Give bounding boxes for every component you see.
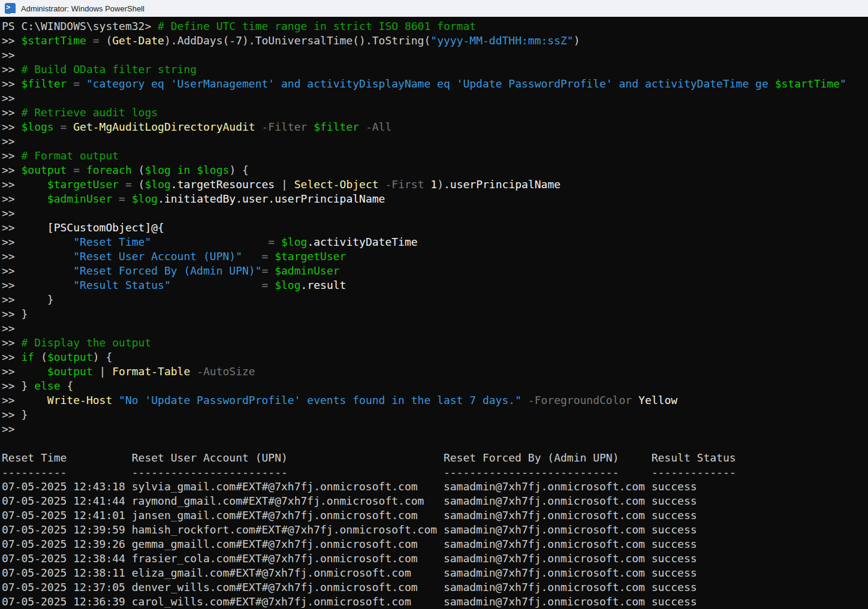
powershell-icon: >_ xyxy=(5,3,16,14)
terminal-line: 07-05-2025 12:38:11 eliza_gmail.com#EXT#… xyxy=(2,566,868,580)
terminal-line: >> $output | Format-Table -AutoSize xyxy=(2,364,868,379)
terminal-line: >> } xyxy=(2,307,868,321)
terminal-line xyxy=(2,436,868,451)
terminal-line: >> # Display the output xyxy=(2,336,868,350)
terminal-line: >> "Result Status" = $log.result xyxy=(2,278,868,293)
terminal-line: >> if ($output) { xyxy=(2,350,868,364)
terminal-line: >> # Build OData filter string xyxy=(2,62,868,77)
terminal-line: >> xyxy=(2,48,868,62)
terminal-line: >> $logs = Get-MgAuditLogDirectoryAudit … xyxy=(2,120,868,134)
terminal-line: >> } else { xyxy=(2,379,868,393)
terminal-line: Reset Time Reset User Account (UPN) Rese… xyxy=(2,451,868,465)
terminal-line: >> $filter = "category eq 'UserManagemen… xyxy=(2,77,868,91)
terminal-line: >> "Reset Forced By (Admin UPN)"= $admin… xyxy=(2,264,868,278)
terminal-line: >> Write-Host "No 'Update PasswordProfil… xyxy=(2,393,868,408)
terminal-line: >> # Retrieve audit logs xyxy=(2,105,868,120)
terminal-line: >> $startTime = (Get-Date).AddDays(-7).T… xyxy=(2,34,868,48)
terminal-line: PS C:\WINDOWS\system32> # Define UTC tim… xyxy=(2,19,868,34)
terminal-line: >> xyxy=(2,206,868,221)
terminal-line: >> "Reset User Account (UPN)" = $targetU… xyxy=(2,249,868,264)
terminal-line: 07-05-2025 12:36:39 carol_wills.com#EXT#… xyxy=(2,595,868,609)
terminal-line: 07-05-2025 12:37:05 denver_wills.com#EXT… xyxy=(2,580,868,595)
title-bar[interactable]: >_ Administrator: Windows PowerShell xyxy=(0,0,868,17)
terminal-line: >> [PSCustomObject]@{ xyxy=(2,221,868,235)
window-title: Administrator: Windows PowerShell xyxy=(21,4,144,13)
terminal-line: >> } xyxy=(2,408,868,422)
terminal-line: 07-05-2025 12:41:44 raymond_gmail.com#EX… xyxy=(2,494,868,508)
terminal-line: 07-05-2025 12:39:26 gemma_gmaill.com#EXT… xyxy=(2,537,868,551)
terminal-line: >> xyxy=(2,422,868,436)
terminal-line: >> "Reset Time" = $log.activityDateTime xyxy=(2,235,868,249)
terminal-line: >> xyxy=(2,91,868,105)
terminal-line: >> $targetUser = ($log.targetResources |… xyxy=(2,177,868,192)
terminal-line: 07-05-2025 12:39:59 hamish_rockfort.com#… xyxy=(2,523,868,537)
terminal-line: 07-05-2025 12:41:01 jansen_gmail.com#EXT… xyxy=(2,508,868,523)
terminal-line: >> } xyxy=(2,293,868,307)
terminal-line: >> xyxy=(2,134,868,149)
terminal-line: 07-05-2025 12:38:44 frasier_cola.com#EXT… xyxy=(2,551,868,566)
terminal-line: >> $output = foreach ($log in $logs) { xyxy=(2,163,868,177)
terminal-output[interactable]: PS C:\WINDOWS\system32> # Define UTC tim… xyxy=(0,17,868,609)
terminal-line: ---------- ------------------------ ----… xyxy=(2,465,868,480)
terminal-line: >> $adminUser = $log.initiatedBy.user.us… xyxy=(2,192,868,206)
terminal-line: >> # Format output xyxy=(2,149,868,163)
terminal-line: 07-05-2025 12:43:18 sylvia_gmail.com#EXT… xyxy=(2,480,868,494)
terminal-line: >> xyxy=(2,321,868,336)
